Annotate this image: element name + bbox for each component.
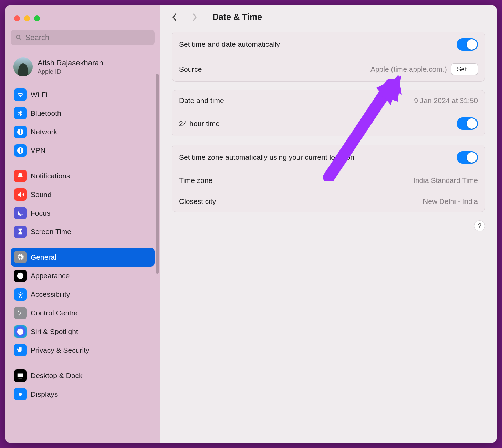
globe-icon bbox=[14, 126, 27, 138]
row-auto-time: Set time and date automatically bbox=[172, 32, 485, 57]
sidebar-item-label: Screen Time bbox=[31, 228, 71, 236]
sidebar-item-label: VPN bbox=[31, 146, 45, 155]
sidebar-scrollbar[interactable] bbox=[156, 74, 159, 274]
sidebar-item-screentime[interactable]: Screen Time bbox=[11, 222, 155, 241]
row-city: Closest cityNew Delhi - India bbox=[172, 191, 485, 212]
sidebar-item-bluetooth[interactable]: Bluetooth bbox=[11, 104, 155, 123]
sidebar-item-label: Accessibility bbox=[31, 290, 70, 299]
row-label: Closest city bbox=[179, 197, 216, 206]
row-label: Set time zone automatically using your c… bbox=[179, 153, 354, 162]
sidebar-item-accessibility[interactable]: Accessibility bbox=[11, 285, 155, 304]
traffic-lights bbox=[11, 13, 155, 30]
sidebar-item-focus[interactable]: Focus bbox=[11, 204, 155, 222]
sidebar-item-network[interactable]: Network bbox=[11, 123, 155, 141]
row-auto-tz: Set time zone automatically using your c… bbox=[172, 145, 485, 170]
bell-icon bbox=[14, 170, 27, 182]
siri-icon bbox=[14, 325, 27, 338]
accessibility-icon bbox=[14, 288, 27, 301]
sidebar-item-desktop[interactable]: Desktop & Dock bbox=[11, 366, 155, 385]
nav: Wi-FiBluetoothNetworkVPNNotificationsSou… bbox=[11, 85, 155, 404]
main-pane: Date & Time Set time and date automatica… bbox=[160, 5, 497, 443]
sidebar-item-general[interactable]: General bbox=[11, 248, 155, 267]
content: Set time and date automaticallySourceApp… bbox=[160, 28, 497, 242]
settings-panel: Set time zone automatically using your c… bbox=[172, 145, 485, 212]
dock-icon bbox=[14, 369, 27, 382]
24hr-toggle[interactable] bbox=[457, 117, 478, 130]
sidebar-item-label: Displays bbox=[31, 390, 58, 398]
row-label: Date and time bbox=[179, 96, 224, 105]
speaker-icon bbox=[14, 188, 27, 201]
sidebar-item-controlcentre[interactable]: Control Centre bbox=[11, 304, 155, 322]
sidebar-item-label: Sound bbox=[31, 190, 52, 199]
row-datetime: Date and time9 Jan 2024 at 31:50 bbox=[172, 90, 485, 111]
sidebar-item-vpn[interactable]: VPN bbox=[11, 141, 155, 160]
sidebar-item-label: General bbox=[31, 253, 56, 261]
profile-sub: Apple ID bbox=[38, 68, 103, 75]
hand-icon bbox=[14, 344, 27, 356]
sidebar-item-appearance[interactable]: Appearance bbox=[11, 267, 155, 285]
sidebar-item-label: Privacy & Security bbox=[31, 346, 89, 354]
source-value: Apple (time.apple.com.) bbox=[209, 65, 447, 73]
hourglass-icon bbox=[14, 226, 27, 238]
settings-panel: Date and time9 Jan 2024 at 31:5024-hour … bbox=[172, 90, 485, 136]
sidebar-item-displays[interactable]: Displays bbox=[11, 385, 155, 404]
row-label: 24-hour time bbox=[179, 119, 220, 128]
sidebar-item-label: Bluetooth bbox=[31, 109, 61, 117]
sidebar-item-label: Wi-Fi bbox=[31, 91, 48, 99]
row-24hr: 24-hour time bbox=[172, 111, 485, 136]
avatar bbox=[13, 57, 33, 76]
sidebar-item-label: Appearance bbox=[31, 272, 70, 280]
sidebar-item-label: Notifications bbox=[31, 172, 70, 180]
row-label: Set time and date automatically bbox=[179, 40, 280, 49]
row-source: SourceApple (time.apple.com.)Set... bbox=[172, 57, 485, 81]
auto-time-toggle[interactable] bbox=[457, 38, 478, 51]
sidebar-item-label: Siri & Spotlight bbox=[31, 327, 78, 336]
gear-icon bbox=[14, 251, 27, 263]
city-value: New Delhi - India bbox=[223, 197, 478, 206]
close-window-icon[interactable] bbox=[14, 15, 20, 21]
titlebar: Date & Time bbox=[160, 5, 497, 28]
nav-back-button[interactable] bbox=[170, 12, 179, 22]
zoom-window-icon[interactable] bbox=[34, 15, 40, 21]
profile-name: Atish Rajasekharan bbox=[38, 59, 103, 67]
sidebar-item-label: Network bbox=[31, 128, 57, 136]
sidebar-item-notifications[interactable]: Notifications bbox=[11, 167, 155, 185]
tz-value: India Standard Time bbox=[219, 176, 478, 185]
row-tz: Time zoneIndia Standard Time bbox=[172, 170, 485, 191]
search-icon bbox=[15, 34, 22, 41]
controls-icon bbox=[14, 307, 27, 319]
sidebar-item-label: Desktop & Dock bbox=[31, 372, 83, 380]
auto-tz-toggle[interactable] bbox=[457, 151, 478, 164]
sidebar-item-sound[interactable]: Sound bbox=[11, 185, 155, 204]
sidebar-item-wifi[interactable]: Wi-Fi bbox=[11, 85, 155, 104]
help-button[interactable]: ? bbox=[474, 220, 485, 231]
sidebar-item-label: Control Centre bbox=[31, 309, 78, 317]
moon-icon bbox=[14, 207, 27, 219]
sidebar: Atish Rajasekharan Apple ID Wi-FiBluetoo… bbox=[5, 5, 160, 443]
wifi-icon bbox=[14, 88, 27, 101]
search-field[interactable] bbox=[11, 30, 155, 45]
minimize-window-icon[interactable] bbox=[24, 15, 30, 21]
sidebar-item-siri[interactable]: Siri & Spotlight bbox=[11, 322, 155, 341]
sidebar-item-label: Focus bbox=[31, 209, 50, 217]
bluetooth-icon bbox=[14, 107, 27, 119]
search-input[interactable] bbox=[25, 33, 150, 42]
settings-window: Atish Rajasekharan Apple ID Wi-FiBluetoo… bbox=[5, 5, 497, 443]
sidebar-item-privacy[interactable]: Privacy & Security bbox=[11, 341, 155, 360]
datetime-value: 9 Jan 2024 at 31:50 bbox=[231, 96, 478, 105]
settings-panel: Set time and date automaticallySourceApp… bbox=[172, 32, 485, 82]
profile-row[interactable]: Atish Rajasekharan Apple ID bbox=[11, 54, 155, 85]
nav-forward-button[interactable] bbox=[190, 12, 199, 22]
page-title: Date & Time bbox=[212, 12, 262, 22]
sun-icon bbox=[14, 388, 27, 400]
appearance-icon bbox=[14, 270, 27, 282]
globe-icon bbox=[14, 144, 27, 157]
row-label: Time zone bbox=[179, 176, 212, 185]
source-set-button[interactable]: Set... bbox=[451, 63, 478, 75]
row-label: Source bbox=[179, 65, 202, 73]
